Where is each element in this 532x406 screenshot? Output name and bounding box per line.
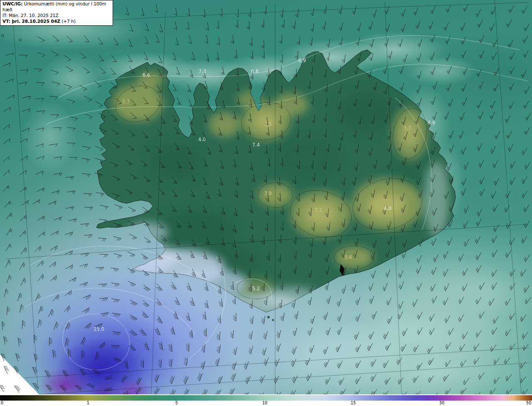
contour-label: 3.7 (404, 125, 411, 131)
colorbar-tick-5: 5 (175, 401, 178, 405)
contour-label: 6.8 (251, 68, 259, 74)
contour-label: 3.7 (122, 99, 130, 105)
colorbar-tick-1: 1 (87, 401, 89, 405)
contour-label: 3.8 (264, 191, 272, 196)
contour-label: 4.0 (198, 137, 206, 142)
product-code: UWC/IG: (2, 1, 22, 6)
contour-label: 3.5 (264, 121, 272, 127)
contour-label: 7.4 (252, 142, 260, 148)
colorbar-tick-30: 30 (439, 401, 445, 405)
weather-chart-page: 6.67.06.86.93.73.53.76.94.07.43.83.14.03… (0, 0, 532, 406)
colorbar-tick-10: 10 (262, 401, 268, 405)
contour-label: 3.1 (315, 207, 322, 213)
init-time: IT: Mán. 27. 10. 2025 21Z (2, 13, 111, 19)
map-domain-corner (0, 355, 39, 394)
island-dot (272, 319, 274, 321)
valid-time-line: VT: þri. 28.10.2025 04Z (+7 h) (2, 19, 111, 24)
contour-label: 4.0 (384, 205, 392, 211)
contour-label: 6.6 (143, 72, 150, 78)
contour-label: 3.6 (345, 254, 352, 260)
contour-label: 7.0 (199, 68, 206, 74)
contour-label: 15.0 (94, 326, 104, 332)
valid-time: VT: þri. 28.10.2025 04Z (2, 19, 60, 24)
colorbar-tick-0: 0 (1, 401, 3, 405)
weather-map: 6.67.06.86.93.73.53.76.94.07.43.83.14.03… (0, 0, 532, 394)
product-title-line: UWC/IG: Úrkomumætti (mm) og vindur í 100… (2, 1, 111, 13)
contour-label: 6.9 (428, 120, 435, 126)
valid-time-offset: (+7 h) (60, 19, 76, 24)
island-dot (267, 316, 269, 318)
colorbar-tick-15: 15 (351, 401, 356, 405)
contour-label: 6.9 (298, 58, 306, 64)
colorbar-tick-50: 50 (526, 401, 532, 405)
colorbar: 01510153050 (0, 394, 532, 406)
colorbar-gradient (0, 395, 532, 401)
contour-label: 5.2 (252, 286, 260, 291)
legend-box: UWC/IG: Úrkomumætti (mm) og vindur í 100… (0, 0, 113, 26)
